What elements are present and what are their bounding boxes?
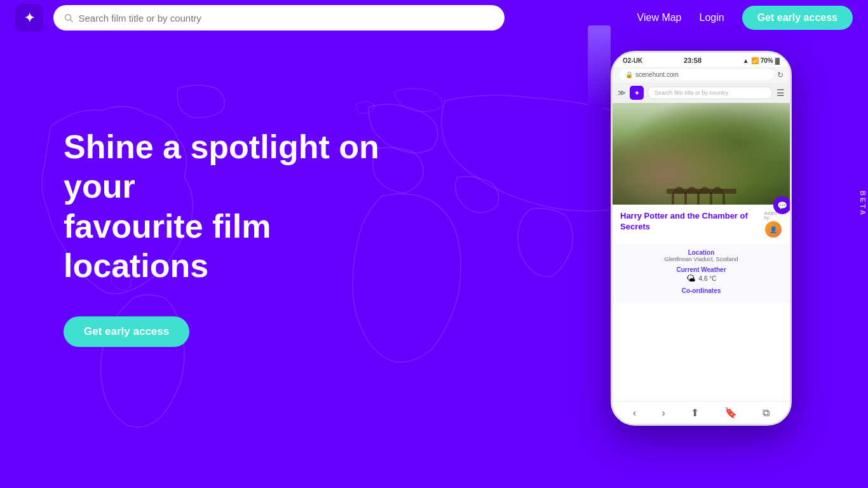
svg-line-1 <box>71 20 73 22</box>
svg-rect-5 <box>697 194 700 205</box>
phone-logo: ✦ <box>630 86 644 100</box>
nav-icon: ≫ <box>618 88 626 97</box>
bookmark-icon[interactable]: 🔖 <box>724 407 737 419</box>
weather-row-wrapper: Current Weather 🌤 4.6 °C <box>620 266 782 283</box>
carrier: O2-UK <box>623 57 642 64</box>
login-link[interactable]: Login <box>700 12 724 24</box>
location-image <box>613 103 790 205</box>
view-map-link[interactable]: View Map <box>637 12 682 24</box>
svg-rect-6 <box>710 194 712 205</box>
hero-section: ✦ View Map Login Get early access BETA S… <box>0 0 868 488</box>
back-icon[interactable]: ‹ <box>633 407 636 419</box>
weather-info: 🌤 4.6 °C <box>620 273 782 283</box>
phone-menu-icon: ☰ <box>776 88 785 98</box>
refresh-icon[interactable]: ↻ <box>777 71 783 79</box>
lock-icon: 🔒 <box>625 71 633 78</box>
tabs-icon[interactable]: ⧉ <box>763 407 770 419</box>
avatar: 👤 <box>765 221 782 238</box>
search-bar[interactable] <box>53 5 505 30</box>
temperature: 4.6 °C <box>699 275 717 282</box>
film-title: Harry Potter and the Chamber of Secrets <box>620 211 764 233</box>
browser-bar: 🔒 scenehunt.com ↻ <box>613 67 790 83</box>
signal-icon: ▲ <box>743 57 749 64</box>
early-access-button-nav[interactable]: Get early access <box>742 6 853 30</box>
location-row: Location Glenfinnan Viaduct, Scotland <box>620 249 782 262</box>
phone-mockup: O2-UK 23:58 ▲ 📶 70% ▓ 🔒 scenehunt.com <box>611 51 792 426</box>
svg-rect-4 <box>684 194 687 205</box>
logo[interactable]: ✦ <box>15 4 43 32</box>
svg-rect-7 <box>722 194 725 205</box>
time: 23:58 <box>684 57 702 64</box>
weather-icon: 🌤 <box>686 273 695 283</box>
hero-heading: Shine a spotlight on your favourite film… <box>64 127 381 286</box>
hero-content: Shine a spotlight on your favourite film… <box>64 127 381 347</box>
coordinates-row: Co-ordinates <box>620 287 782 294</box>
phone-app-search-bar: ≫ ✦ Search film title or by country ☰ <box>613 83 790 103</box>
phone-search-input[interactable]: Search film title or by country <box>648 86 773 99</box>
chat-bubble[interactable]: 💬 <box>773 196 790 214</box>
browser-url[interactable]: 🔒 scenehunt.com <box>619 69 773 80</box>
search-icon <box>64 13 73 23</box>
film-card: Harry Potter and the Chamber of Secrets … <box>613 205 790 241</box>
beta-label: BETA <box>859 191 868 217</box>
accent-decoration <box>588 25 611 108</box>
svg-rect-3 <box>672 194 674 205</box>
logo-icon: ✦ <box>24 10 35 25</box>
search-input[interactable] <box>78 13 494 24</box>
battery-icon: ▓ <box>775 57 780 64</box>
film-title-row: Harry Potter and the Chamber of Secrets … <box>620 211 782 238</box>
early-access-button-hero[interactable]: Get early access <box>64 316 189 347</box>
status-icons: ▲ 📶 70% ▓ <box>743 57 780 64</box>
phone-screen: O2-UK 23:58 ▲ 📶 70% ▓ 🔒 scenehunt.com <box>613 53 790 424</box>
phone-status-bar: O2-UK 23:58 ▲ 📶 70% ▓ <box>613 53 790 67</box>
location-detail-card: Location Glenfinnan Viaduct, Scotland Cu… <box>613 244 790 303</box>
added-by: Added by: 👤 <box>764 211 782 238</box>
share-icon[interactable]: ⬆ <box>691 407 699 419</box>
battery-level: 70% <box>761 57 773 64</box>
wifi-icon: 📶 <box>751 57 759 64</box>
phone-frame: O2-UK 23:58 ▲ 📶 70% ▓ 🔒 scenehunt.com <box>611 51 792 426</box>
phone-bottom-bar: ‹ › ⬆ 🔖 ⧉ <box>613 401 790 424</box>
viaduct-svg <box>663 170 740 205</box>
navbar: ✦ View Map Login Get early access <box>0 0 868 36</box>
nav-links: View Map Login Get early access <box>637 6 853 30</box>
forward-icon[interactable]: › <box>661 407 665 419</box>
